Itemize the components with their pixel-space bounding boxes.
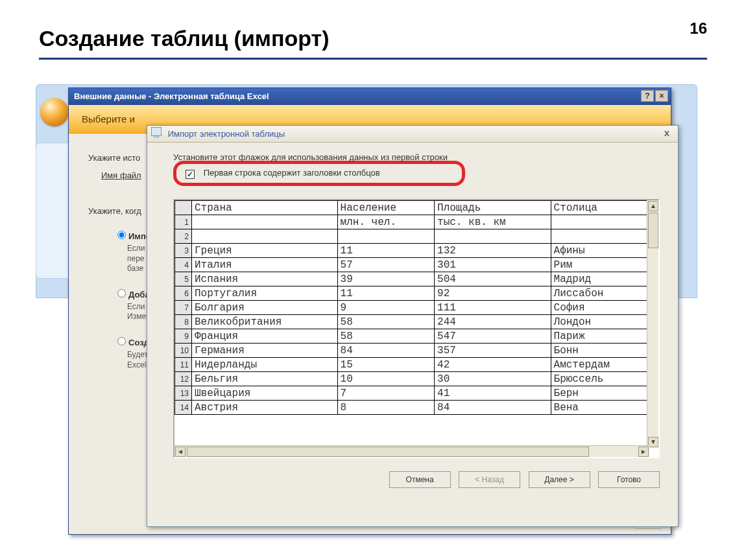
- table-row[interactable]: 3Греция11132Афины: [175, 244, 648, 258]
- row-number: 5: [175, 272, 192, 286]
- row-number: 6: [175, 286, 192, 301]
- vertical-scrollbar[interactable]: ▲ ▼: [647, 200, 658, 448]
- table-row[interactable]: 5Испания39504Мадрид: [175, 272, 648, 286]
- scroll-right-icon[interactable]: ►: [638, 447, 649, 457]
- row-number: 2: [175, 229, 192, 244]
- row-number: 8: [175, 315, 192, 329]
- cell: 504: [435, 272, 551, 286]
- col-header-3[interactable]: Столица: [551, 201, 647, 215]
- scroll-up-icon[interactable]: ▲: [648, 201, 658, 211]
- cell: млн. чел.: [337, 215, 434, 229]
- scroll-thumb-horizontal[interactable]: [187, 447, 589, 457]
- cell: 10: [337, 372, 434, 386]
- table-row[interactable]: 6Португалия1192Лиссабон: [175, 286, 648, 301]
- radio-link[interactable]: [117, 337, 126, 345]
- cancel-button[interactable]: Отмена: [389, 471, 451, 488]
- cell: Бонн: [551, 344, 647, 358]
- help-button[interactable]: ?: [641, 90, 654, 102]
- first-row-headers-checkbox[interactable]: ✓: [186, 170, 195, 179]
- row-number: 10: [175, 344, 192, 358]
- col-header-2[interactable]: Площадь: [435, 201, 551, 215]
- cell: 58: [337, 315, 434, 329]
- table-row[interactable]: 2: [175, 229, 648, 244]
- cell: Амстердам: [551, 358, 647, 372]
- dialog-close-button[interactable]: x: [660, 127, 674, 140]
- row-number: 3: [175, 244, 192, 258]
- cell: Великобритания: [192, 315, 338, 329]
- row-number: 14: [175, 401, 192, 415]
- radio-import[interactable]: [117, 231, 126, 239]
- row-number: 7: [175, 301, 192, 315]
- cell: 11: [337, 286, 434, 301]
- cell: Греция: [192, 244, 338, 258]
- row-number: 12: [175, 372, 192, 386]
- dialog-icon: ▭: [151, 127, 162, 136]
- cell: 92: [435, 286, 551, 301]
- cell: Париж: [551, 329, 647, 344]
- back-button: < Назад: [459, 471, 520, 488]
- scroll-left-icon[interactable]: ◄: [175, 447, 186, 457]
- dialog-titlebar: ▭ Импорт электронной таблицы x: [147, 126, 678, 143]
- cell: София: [551, 301, 647, 315]
- row-number: 4: [175, 258, 192, 272]
- col-header-1[interactable]: Население: [337, 201, 434, 215]
- col-header-0[interactable]: Страна: [192, 201, 338, 215]
- cell: Португалия: [192, 286, 338, 301]
- table-row[interactable]: 1млн. чел.тыс. кв. км: [175, 215, 648, 229]
- preview-grid: Страна Население Площадь Столица 1млн. ч…: [173, 199, 660, 458]
- cell: 111: [435, 301, 551, 315]
- cell: 132: [435, 244, 551, 258]
- cell: Франция: [192, 329, 338, 344]
- cell: Швейцария: [192, 386, 338, 401]
- filename-label: Имя файл: [101, 170, 141, 180]
- dialog-instruction: Установите этот флажок для использования…: [173, 152, 665, 163]
- cell: Австрия: [192, 401, 338, 415]
- cell: 9: [337, 301, 434, 315]
- table-row[interactable]: 8Великобритания58244Лондон: [175, 315, 648, 329]
- first-row-headers-highlight: ✓ Первая строка содержит заголовки столб…: [173, 161, 465, 186]
- wizard-titlebar: Внешние данные - Электронная таблица Exc…: [69, 88, 671, 105]
- finish-button[interactable]: Готово: [598, 471, 660, 488]
- close-button[interactable]: ×: [655, 90, 668, 102]
- cell: 357: [435, 344, 551, 358]
- office-orb-icon[interactable]: [40, 98, 69, 126]
- cell: 7: [337, 386, 434, 401]
- cell: 301: [435, 258, 551, 272]
- next-button[interactable]: Далее >: [529, 471, 590, 488]
- scroll-thumb-vertical[interactable]: [648, 213, 658, 248]
- cell: 58: [337, 329, 434, 344]
- cell: [192, 215, 338, 229]
- table-row[interactable]: 13Швейцария741Берн: [175, 386, 648, 401]
- row-number: 11: [175, 358, 192, 372]
- table-row[interactable]: 9Франция58547Париж: [175, 329, 648, 344]
- scroll-down-icon[interactable]: ▼: [648, 437, 658, 447]
- cell: Болгария: [192, 301, 338, 315]
- table-row[interactable]: 4Италия57301Рим: [175, 258, 648, 272]
- first-row-headers-label: Первая строка содержит заголовки столбцо…: [204, 168, 380, 178]
- cell: [192, 229, 338, 244]
- cell: Мадрид: [551, 272, 647, 286]
- cell: Нидерланды: [192, 358, 338, 372]
- preview-table: Страна Население Площадь Столица 1млн. ч…: [174, 200, 648, 415]
- radio-append[interactable]: [117, 289, 126, 298]
- table-row[interactable]: 10Германия84357Бонн: [175, 344, 648, 358]
- cell: 42: [435, 358, 551, 372]
- slide-title: Создание таблиц (импорт): [39, 26, 707, 51]
- cell: 39: [337, 272, 434, 286]
- title-underline: [39, 58, 707, 60]
- table-row[interactable]: 7Болгария9111София: [175, 301, 648, 315]
- cell: 8: [337, 401, 434, 415]
- cell: 41: [435, 386, 551, 401]
- row-number: 1: [175, 215, 192, 229]
- cell: Германия: [192, 344, 338, 358]
- cell: 57: [337, 258, 434, 272]
- cell: 84: [337, 344, 434, 358]
- table-row[interactable]: 12Бельгия1030Брюссель: [175, 372, 648, 386]
- cell: [435, 229, 551, 244]
- slide-number: 16: [690, 19, 707, 38]
- table-row[interactable]: 11Нидерланды1542Амстердам: [175, 358, 648, 372]
- cell: [551, 229, 647, 244]
- row-header-blank: [175, 201, 192, 215]
- table-row[interactable]: 14Австрия884Вена: [175, 401, 648, 415]
- horizontal-scrollbar[interactable]: ◄ ►: [174, 445, 649, 457]
